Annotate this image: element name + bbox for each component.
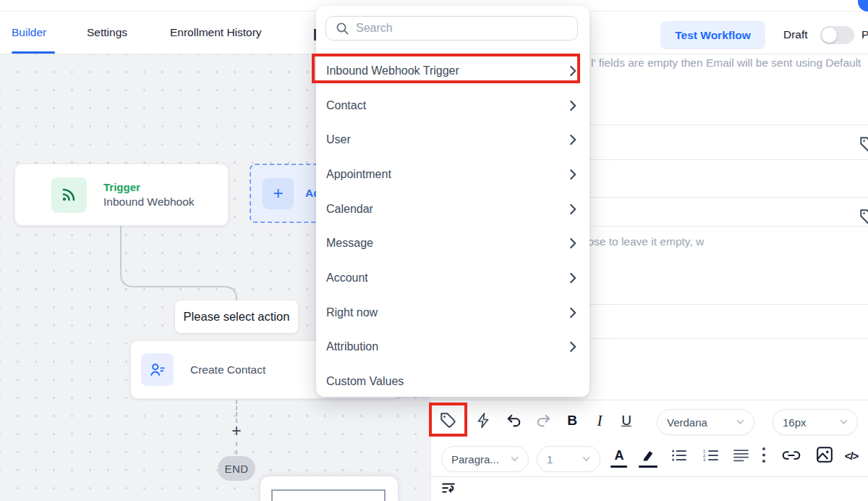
tag-icon[interactable] <box>859 135 868 157</box>
create-contact-label: Create Contact <box>190 363 265 376</box>
chevron-right-icon <box>570 66 576 76</box>
font-size-select[interactable]: 16px <box>773 409 858 435</box>
plus-icon: + <box>263 178 294 209</box>
inbound-webhook-icon <box>51 177 87 213</box>
paragraph-style-select[interactable]: Paragra... <box>441 446 529 472</box>
svg-text:3.: 3. <box>703 458 707 462</box>
menu-item-user[interactable]: User <box>316 122 590 157</box>
chevron-right-icon <box>570 204 576 214</box>
chevron-right-icon <box>570 169 576 180</box>
chevron-right-icon <box>570 101 576 111</box>
more-vertical-icon[interactable] <box>758 446 770 465</box>
tab-builder[interactable]: Builder <box>12 26 46 39</box>
chevron-down-icon <box>511 456 519 462</box>
editor-divider <box>430 476 868 477</box>
font-family-select[interactable]: Verdana <box>657 409 754 435</box>
chevron-right-icon <box>570 308 576 318</box>
end-node: END <box>218 456 255 481</box>
bullet-list-icon[interactable] <box>669 447 689 464</box>
paragraph-style-value: Paragra... <box>451 453 511 466</box>
search-box[interactable] <box>326 16 578 41</box>
redo-icon[interactable] <box>533 411 553 431</box>
menu-item-contact[interactable]: Contact <box>316 88 590 123</box>
menu-item-custom-values[interactable]: Custom Values <box>316 364 590 397</box>
bold-button[interactable]: B <box>563 411 582 431</box>
image-icon[interactable] <box>814 445 835 464</box>
publish-label-clipped: Pu <box>861 28 868 41</box>
highlight-underline <box>639 466 658 468</box>
menu-item-message[interactable]: Message <box>316 226 590 261</box>
publish-toggle[interactable] <box>820 26 854 44</box>
chevron-down-icon <box>736 419 744 425</box>
tab-settings[interactable]: Settings <box>87 26 127 39</box>
menu-item-list: Inbound Webhook Trigger Contact User App… <box>316 54 590 397</box>
tag-icon[interactable] <box>859 208 868 230</box>
chevron-right-icon <box>570 342 576 352</box>
action-picker-menu: Inbound Webhook Trigger Contact User App… <box>316 6 590 397</box>
tag-icon[interactable] <box>438 410 459 431</box>
chevron-down-icon <box>840 419 848 425</box>
search-input[interactable] <box>356 22 577 35</box>
line-height-select[interactable]: 1 <box>537 446 600 472</box>
select-action-label: Please select action <box>175 300 298 333</box>
font-family-value: Verdana <box>667 416 736 429</box>
clipped-blue-button[interactable] <box>858 0 868 12</box>
align-left-icon[interactable] <box>731 447 750 464</box>
menu-item-inbound-webhook-trigger[interactable]: Inbound Webhook Trigger <box>316 54 590 88</box>
highlight-icon[interactable] <box>639 445 659 464</box>
tab-enrollment-history[interactable]: Enrollment History <box>170 26 262 39</box>
menu-item-appointment[interactable]: Appointment <box>316 157 590 192</box>
undo-icon[interactable] <box>504 411 524 431</box>
trigger-card-title: Trigger <box>103 181 195 193</box>
field-divider <box>430 400 868 400</box>
test-workflow-button[interactable]: Test Workflow <box>660 21 765 49</box>
dashed-connector <box>236 442 237 455</box>
toggle-knob <box>822 28 837 43</box>
ordered-list-icon[interactable]: 1. 2. 3. <box>701 447 721 464</box>
contact-icon <box>141 353 174 386</box>
chevron-right-icon <box>570 273 576 283</box>
menu-item-account[interactable]: Account <box>316 261 590 295</box>
menu-item-attribution[interactable]: Attribution <box>316 330 590 365</box>
line-height-value: 1 <box>547 453 582 466</box>
dashed-connector <box>236 400 237 423</box>
chevron-down-icon <box>582 456 590 462</box>
menu-item-calendar[interactable]: Calendar <box>316 192 590 227</box>
zap-icon[interactable] <box>474 410 494 431</box>
link-icon[interactable] <box>780 447 803 464</box>
add-step-plus-button[interactable]: + <box>229 421 244 441</box>
clipped-popup-card <box>260 476 398 501</box>
text-color-underline <box>610 466 627 468</box>
editor-left-border <box>430 400 431 501</box>
chevron-right-icon <box>570 135 576 145</box>
text-color-icon[interactable]: A <box>610 447 629 464</box>
font-size-value: 16px <box>783 416 840 429</box>
draft-status-label: Draft <box>783 28 808 41</box>
trigger-node-card[interactable]: Trigger Inbound Webhook <box>14 164 229 226</box>
chevron-right-icon <box>570 238 576 248</box>
clipped-popup-field <box>271 489 386 501</box>
wrap-text-icon[interactable] <box>439 479 458 497</box>
italic-button[interactable]: I <box>591 411 608 431</box>
field-hint-top: l' fields are empty then Email will be s… <box>591 56 861 70</box>
underline-button[interactable]: U <box>617 411 636 431</box>
active-tab-underline <box>12 51 55 54</box>
code-icon[interactable]: </> <box>840 447 863 463</box>
menu-item-right-now[interactable]: Right now <box>316 295 590 330</box>
trigger-card-subtitle: Inbound Webhook <box>103 195 195 209</box>
search-icon <box>336 22 349 35</box>
workflow-builder-page: Builder Settings Enrollment History Test… <box>0 0 868 501</box>
